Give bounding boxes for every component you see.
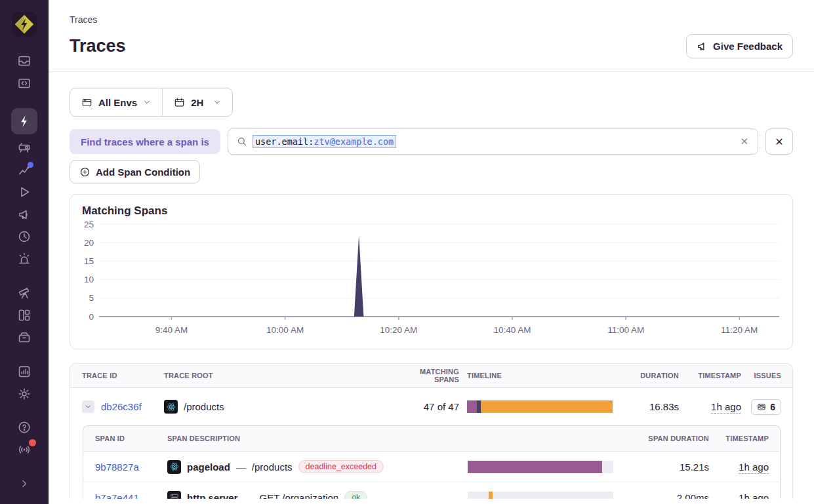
- sidebar-item-feedback[interactable]: [11, 203, 37, 225]
- span-description[interactable]: /products: [252, 461, 293, 473]
- trace-duration: 16.83s: [620, 401, 679, 412]
- code-folder-icon: [17, 76, 31, 90]
- gear-icon: [17, 387, 31, 401]
- page-header: Traces Traces Give Feedback: [49, 0, 814, 72]
- trace-table-header: Trace ID Trace Root Matching Spans Timel…: [70, 364, 792, 388]
- dashboard-grid-icon: [17, 308, 31, 322]
- condition-prefix-label: Find traces where a span is: [70, 129, 220, 154]
- help-icon: [17, 420, 31, 435]
- environment-filter-label: All Envs: [98, 97, 137, 108]
- org-logo[interactable]: [12, 12, 37, 37]
- col-span-description: Span Description: [167, 435, 460, 442]
- sidebar-item-projects[interactable]: [11, 72, 37, 94]
- sidebar-item-stats[interactable]: [11, 360, 37, 383]
- clear-search-icon[interactable]: ✕: [740, 136, 748, 147]
- sidebar-item-discover[interactable]: [11, 282, 37, 304]
- span-duration: 2.00ms: [613, 492, 709, 499]
- span-id-link[interactable]: b7a7e441: [95, 492, 139, 499]
- trace-timestamp[interactable]: 1h ago: [711, 401, 741, 414]
- trace-row: db26c36f /products 47 of 47 16: [70, 388, 792, 425]
- search-query-token[interactable]: user.email:ztv@example.com: [253, 135, 396, 148]
- span-row: 9b78827a pageload — /products: [83, 452, 780, 482]
- org-logo-icon: [13, 13, 35, 35]
- col-span-timestamp: Timestamp: [709, 435, 769, 442]
- svg-text:10:20 AM: 10:20 AM: [380, 325, 417, 335]
- sidebar-item-history[interactable]: [11, 225, 37, 248]
- span-timestamp[interactable]: 1h ago: [739, 492, 769, 499]
- add-span-condition-button[interactable]: Add Span Condition: [70, 160, 200, 184]
- play-icon: [17, 185, 31, 199]
- span-description[interactable]: GET /organization: [260, 492, 339, 499]
- svg-text:10:00 AM: 10:00 AM: [266, 325, 304, 335]
- svg-text:9:40 AM: 9:40 AM: [155, 325, 188, 335]
- sidebar-item-metrics[interactable]: [11, 159, 37, 181]
- give-feedback-button[interactable]: Give Feedback: [686, 34, 793, 58]
- span-table: Span ID Span Description Span Duration T…: [83, 425, 781, 499]
- megaphone-icon: [697, 41, 708, 52]
- col-issues: Issues: [741, 372, 781, 379]
- sidebar-item-alerts[interactable]: [11, 248, 37, 270]
- lightning-icon: [17, 114, 31, 128]
- query-value: ztv@example.com: [314, 136, 394, 147]
- breadcrumb[interactable]: Traces: [70, 14, 793, 25]
- sidebar-item-whats-new[interactable]: [11, 438, 37, 461]
- sidebar-collapse-toggle[interactable]: [11, 473, 37, 495]
- col-trace-root: Trace Root: [164, 372, 402, 379]
- inbox-issues-icon: [17, 54, 31, 68]
- chevron-down-icon: [85, 403, 92, 410]
- col-duration: Duration: [620, 372, 679, 379]
- col-timestamp: Timestamp: [679, 372, 741, 379]
- archive-box-icon: [17, 330, 31, 345]
- span-timeline-bar[interactable]: [468, 461, 613, 473]
- notification-dot: [28, 162, 33, 168]
- notification-dot: [29, 439, 36, 446]
- traces-content: All Envs 2H Find traces where a span is: [49, 72, 814, 499]
- sidebar-item-issues[interactable]: [11, 50, 37, 72]
- sidebar-item-releases[interactable]: [11, 326, 37, 349]
- span-status-badge: deadline_exceeded: [298, 460, 384, 473]
- sidebar-item-help[interactable]: [11, 416, 37, 438]
- trace-id-link[interactable]: db26c36f: [101, 401, 142, 412]
- sidebar-item-insights[interactable]: [11, 136, 37, 159]
- time-range-filter[interactable]: 2H: [162, 88, 232, 116]
- sidebar: [0, 0, 49, 504]
- trace-root-label[interactable]: /products: [184, 401, 224, 412]
- trace-issues-button[interactable]: 6: [751, 399, 781, 415]
- matching-spans-count: 47 of 47: [402, 401, 459, 412]
- sidebar-item-traces[interactable]: [11, 108, 37, 134]
- megaphone-icon: [17, 207, 31, 222]
- react-platform-icon: [167, 460, 181, 474]
- sidebar-item-replays[interactable]: [11, 181, 37, 203]
- sidebar-item-dashboards[interactable]: [11, 304, 37, 326]
- span-timestamp[interactable]: 1h ago: [739, 461, 769, 474]
- trace-table: Trace ID Trace Root Matching Spans Timel…: [70, 363, 793, 499]
- issues-count: 6: [770, 402, 775, 412]
- window-icon: [81, 97, 92, 108]
- col-span-duration: Span Duration: [613, 435, 709, 442]
- collapse-row-button[interactable]: [82, 400, 94, 413]
- inbox-issues-icon: [757, 402, 766, 412]
- span-search-input[interactable]: user.email:ztv@example.com ✕: [228, 128, 758, 155]
- query-key: user.email:: [255, 136, 314, 147]
- environment-filter[interactable]: All Envs: [70, 88, 162, 116]
- matching-spans-card: Matching Spans 05101520259:40 AM10:00 AM…: [70, 194, 793, 349]
- search-icon: [237, 136, 247, 147]
- sidebar-item-settings[interactable]: [11, 383, 37, 405]
- svg-text:0: 0: [89, 312, 94, 322]
- span-id-link[interactable]: 9b78827a: [95, 461, 139, 473]
- col-matching-spans: Matching Spans: [402, 368, 459, 383]
- remove-condition-button[interactable]: ✕: [765, 128, 793, 155]
- projector-icon: [17, 140, 31, 155]
- col-span-id: Span ID: [95, 435, 167, 442]
- time-range-filter-label: 2H: [191, 97, 203, 108]
- chevron-down-icon: [213, 98, 221, 106]
- span-timeline-bar[interactable]: [468, 492, 613, 499]
- col-timeline: Timeline: [459, 372, 620, 379]
- trace-timeline-bar[interactable]: [467, 400, 613, 413]
- react-platform-icon: [164, 400, 178, 414]
- page-filter-bar: All Envs 2H: [70, 88, 233, 117]
- plus-circle-icon: [79, 166, 91, 178]
- telescope-icon: [17, 286, 31, 300]
- col-trace-id: Trace ID: [82, 372, 164, 379]
- svg-text:11:00 AM: 11:00 AM: [607, 325, 644, 335]
